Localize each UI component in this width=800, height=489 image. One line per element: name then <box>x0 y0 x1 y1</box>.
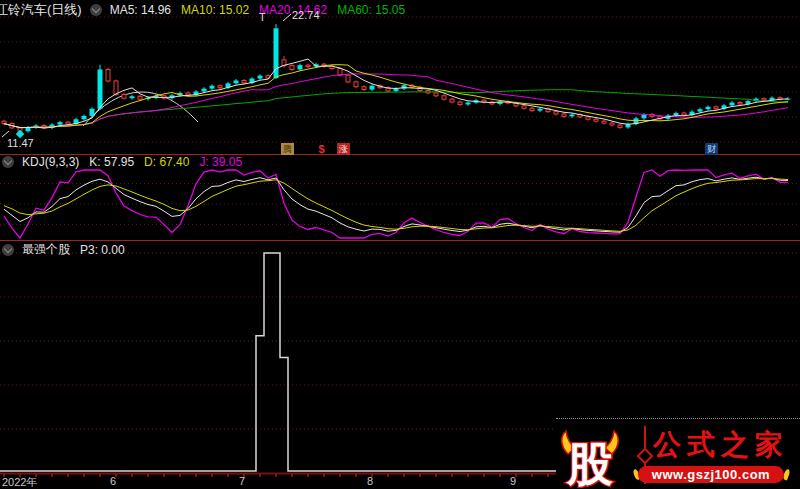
axis-label-sept: 9 <box>510 475 516 487</box>
trading-app-window: 江铃汽车(日线) MA5: 14.96 MA10: 15.02 MA20: 14… <box>0 0 800 489</box>
signal-title: 最强个股 <box>22 241 70 258</box>
logo-site-url: www.gszj100.com <box>638 466 784 483</box>
chevron-down-icon[interactable] <box>90 4 102 16</box>
ma10-value: MA10: 15.02 <box>181 3 249 17</box>
peak-price-annotation: 22.74 <box>292 9 320 21</box>
watermark-dollar-icon: $ <box>315 143 328 155</box>
kdj-d-value: D: 67.40 <box>144 155 189 169</box>
kdj-panel-header: KDJ(9,3,3) K: 57.95 D: 67.40 J: 39.05 <box>2 155 242 169</box>
signal-panel-header: 最强个股 P3: 0.00 <box>2 241 125 258</box>
ma60-value: MA60: 15.05 <box>337 3 405 17</box>
low-price-annotation: 11.47 <box>7 137 34 149</box>
watermark-cai-icon: 财 <box>705 143 718 155</box>
watermark-zhang-icon: 涨 <box>337 143 350 155</box>
watermark-teng-icon: 腾 <box>281 143 294 155</box>
signal-p3-value: P3: 0.00 <box>80 243 125 257</box>
axis-label-july: 7 <box>239 475 245 487</box>
bull-stock-logo-icon: 股 <box>558 428 622 489</box>
kdj-k-value: K: 57.95 <box>89 155 134 169</box>
t-annotation: T <box>259 11 266 23</box>
kdj-j-value: J: 39.05 <box>199 155 242 169</box>
site-watermark-logo: 股 公式之家 www.gszj100.com <box>556 404 800 489</box>
logo-dotted-border <box>556 418 800 419</box>
axis-label-aug: 8 <box>367 475 373 487</box>
chevron-down-icon[interactable] <box>2 244 14 256</box>
kdj-title: KDJ(9,3,3) <box>22 155 79 169</box>
logo-site-name: 公式之家 <box>653 426 789 464</box>
stock-title: 江铃汽车(日线) <box>0 1 82 19</box>
main-panel-header: 江铃汽车(日线) MA5: 14.96 MA10: 15.02 MA20: 14… <box>0 1 405 19</box>
logo-diamond-icon <box>637 448 654 465</box>
chevron-down-icon[interactable] <box>2 156 14 168</box>
axis-label-june: 6 <box>110 475 116 487</box>
logo-stock-char: 股 <box>565 439 613 489</box>
ma5-value: MA5: 14.96 <box>110 3 171 17</box>
axis-label-year: 2022年 <box>2 475 37 489</box>
